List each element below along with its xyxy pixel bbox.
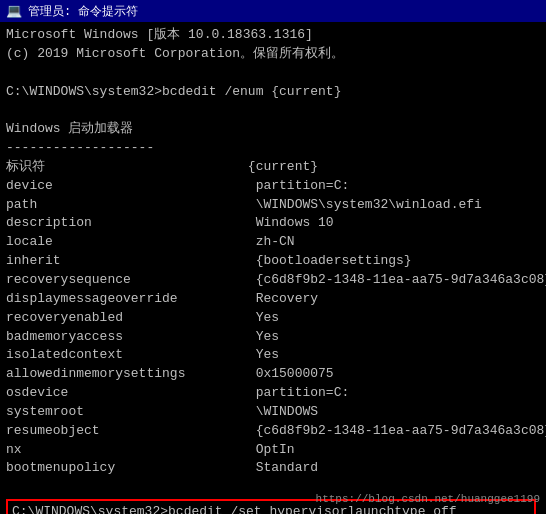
line-16: recoveryenabled Yes xyxy=(6,309,540,328)
line-12: locale zh-CN xyxy=(6,233,540,252)
line-20: osdevice partition=C: xyxy=(6,384,540,403)
terminal-window: Microsoft Windows [版本 10.0.18363.1316] (… xyxy=(0,22,546,514)
line-22: resumeobject {c6d8f9b2-1348-11ea-aa75-9d… xyxy=(6,422,540,441)
line-18: isolatedcontext Yes xyxy=(6,346,540,365)
line-4: C:\WINDOWS\system32>bcdedit /enum {curre… xyxy=(6,83,540,102)
line-21: systemroot \WINDOWS xyxy=(6,403,540,422)
line-1: Microsoft Windows [版本 10.0.18363.1316] xyxy=(6,26,540,45)
line-7: ------------------- xyxy=(6,139,540,158)
line-2: (c) 2019 Microsoft Corporation。保留所有权利。 xyxy=(6,45,540,64)
line-6: Windows 启动加载器 xyxy=(6,120,540,139)
watermark: https://blog.csdn.net/huanggee1199 xyxy=(316,492,540,508)
line-17: badmemoryaccess Yes xyxy=(6,328,540,347)
line-15: displaymessageoverride Recovery xyxy=(6,290,540,309)
line-8: 标识符 {current} xyxy=(6,158,540,177)
title-label: 管理员: 命令提示符 xyxy=(28,3,138,20)
line-11: description Windows 10 xyxy=(6,214,540,233)
cmd-icon: 💻 xyxy=(6,3,22,19)
line-5 xyxy=(6,101,540,120)
line-3 xyxy=(6,64,540,83)
terminal-content: Microsoft Windows [版本 10.0.18363.1316] (… xyxy=(6,26,540,514)
line-24: bootmenupolicy Standard xyxy=(6,459,540,478)
title-bar: 💻 管理员: 命令提示符 xyxy=(0,0,546,22)
line-19: allowedinmemorysettings 0x15000075 xyxy=(6,365,540,384)
line-23: nx OptIn xyxy=(6,441,540,460)
line-10: path \WINDOWS\system32\winload.efi xyxy=(6,196,540,215)
line-9: device partition=C: xyxy=(6,177,540,196)
line-13: inherit {bootloadersettings} xyxy=(6,252,540,271)
line-14: recoverysequence {c6d8f9b2-1348-11ea-aa7… xyxy=(6,271,540,290)
